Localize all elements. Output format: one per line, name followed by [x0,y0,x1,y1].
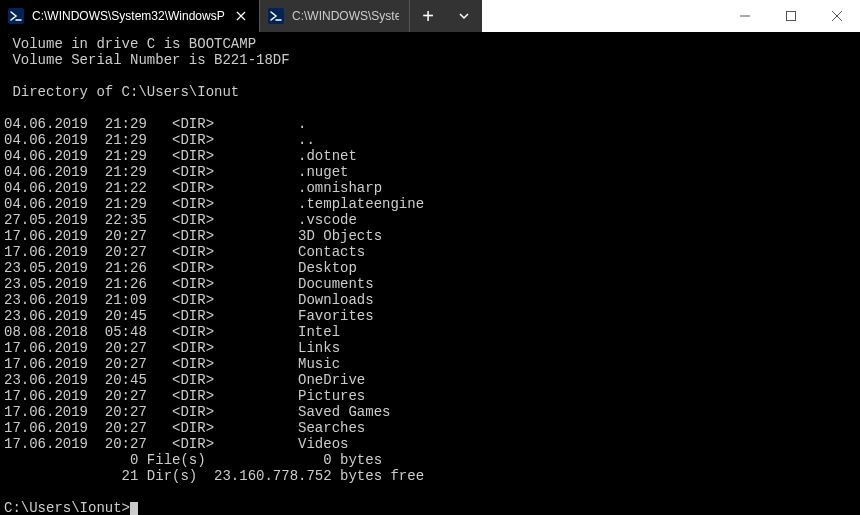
minimize-button[interactable] [722,0,768,32]
tab-title: C:\WINDOWS\System32\WindowsPowerShell\v1… [32,9,225,23]
terminal-output[interactable]: Volume in drive C is BOOTCAMP Volume Ser… [0,32,860,515]
titlebar: C:\WINDOWS\System32\WindowsPowerShell\v1… [0,0,860,32]
svg-rect-2 [787,12,796,21]
terminal-cursor [130,502,138,515]
newtab-area: + [410,0,482,32]
window-controls [722,0,860,32]
powershell-icon [268,8,284,24]
tab-title: C:\WINDOWS\System32\ [292,9,399,23]
tab-close-button[interactable] [233,8,249,24]
powershell-icon [8,8,24,24]
tab-powershell-1[interactable]: C:\WINDOWS\System32\WindowsPowerShell\v1… [0,0,260,32]
tab-strip: C:\WINDOWS\System32\WindowsPowerShell\v1… [0,0,482,32]
maximize-button[interactable] [768,0,814,32]
tab-dropdown-button[interactable] [446,0,482,32]
new-tab-button[interactable]: + [410,0,446,32]
close-button[interactable] [814,0,860,32]
tab-powershell-2[interactable]: C:\WINDOWS\System32\ [260,0,410,32]
titlebar-drag-area[interactable] [482,0,722,32]
